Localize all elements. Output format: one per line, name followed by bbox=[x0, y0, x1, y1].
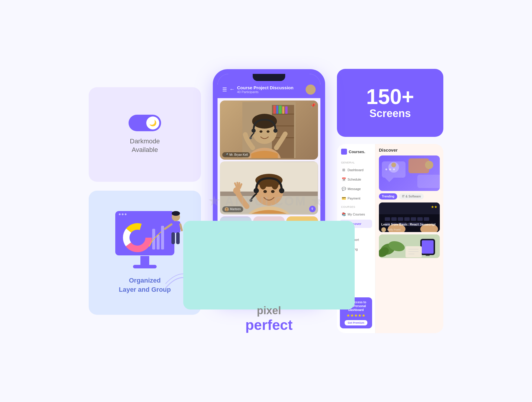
app-logo-text: Courses. bbox=[349, 150, 365, 154]
course-author: Kelly Poetri bbox=[381, 227, 437, 232]
course-card-second[interactable] bbox=[379, 234, 440, 258]
author-avatar bbox=[381, 227, 386, 232]
premium-button[interactable]: Get Premium bbox=[345, 320, 367, 325]
author-name: Kelly Poetri bbox=[387, 228, 401, 231]
app-logo-icon bbox=[341, 149, 347, 155]
banner-illustration bbox=[379, 155, 440, 191]
darkmode-toggle[interactable]: 🌙 bbox=[129, 115, 161, 131]
svg-point-54 bbox=[225, 210, 228, 211]
discover-title: Discover bbox=[379, 147, 440, 153]
svg-point-33 bbox=[267, 130, 270, 133]
svg-rect-21 bbox=[273, 106, 276, 114]
pixel-perfect-label: pixel perfect bbox=[245, 304, 293, 333]
sidebar-item-message[interactable]: 💬 Message bbox=[340, 185, 372, 193]
video-cell-marteen: Marteen 🎙 bbox=[220, 161, 318, 215]
svg-point-84 bbox=[393, 168, 395, 170]
app-logo: Courses. bbox=[340, 149, 372, 155]
svg-point-82 bbox=[385, 168, 387, 170]
dashboard-label: Dashboard bbox=[348, 168, 364, 172]
message-label: Message bbox=[348, 187, 361, 191]
schedule-icon: 📅 bbox=[342, 177, 346, 181]
pin-icon: 📌 bbox=[311, 103, 316, 108]
svg-point-32 bbox=[259, 130, 262, 133]
course-title: Learn from Basic: React Javascript bbox=[381, 223, 437, 226]
call-title: Course Project Discussion bbox=[237, 85, 303, 90]
svg-rect-107 bbox=[406, 246, 422, 257]
svg-point-31 bbox=[249, 137, 252, 139]
header-avatar bbox=[306, 85, 316, 95]
payment-label: Payment bbox=[348, 197, 360, 200]
screens-card: 150+ Screens bbox=[337, 69, 443, 137]
mycourses-label: My Courses bbox=[348, 213, 365, 216]
tab-trending[interactable]: Trending bbox=[379, 193, 397, 200]
message-icon: 💬 bbox=[342, 187, 346, 191]
svg-marker-76 bbox=[385, 178, 394, 182]
menu-icon[interactable]: ☰ bbox=[222, 86, 227, 93]
svg-rect-12 bbox=[176, 232, 180, 244]
svg-point-81 bbox=[425, 161, 433, 169]
premium-stars: ★★★★★ bbox=[343, 313, 369, 318]
phone-notch bbox=[253, 74, 285, 81]
mic-badge: 🎙 bbox=[309, 206, 316, 212]
main-container: 🌙 Darkmode Available bbox=[0, 0, 532, 402]
sidebar-item-schedule[interactable]: 📅 Schedule bbox=[340, 175, 372, 184]
title-block: Course Project Discussion 40 Participant… bbox=[237, 85, 303, 94]
monitor-stand bbox=[140, 256, 149, 265]
marteen-label: Marteen bbox=[222, 206, 243, 212]
marteen-name: Marteen bbox=[230, 208, 241, 211]
tab-it-software[interactable]: IT & Software bbox=[399, 193, 424, 200]
svg-point-45 bbox=[249, 199, 252, 202]
darkmode-card: 🌙 Darkmode Available bbox=[89, 87, 201, 182]
toggle-knob: 🌙 bbox=[146, 116, 159, 129]
back-icon[interactable]: ← bbox=[229, 86, 235, 93]
sidebar-item-payment[interactable]: 💳 Payment bbox=[340, 194, 372, 202]
svg-rect-25 bbox=[285, 106, 288, 114]
svg-point-47 bbox=[271, 190, 275, 193]
darkmode-line2: Available bbox=[132, 146, 158, 153]
dot-3 bbox=[125, 213, 126, 215]
svg-point-83 bbox=[389, 168, 391, 170]
sidebar-item-mycourses[interactable]: 📚 My Courses bbox=[340, 210, 372, 218]
center-column: ☰ ← Course Project Discussion 40 Partici… bbox=[213, 69, 325, 333]
monitor-base bbox=[133, 265, 157, 268]
svg-rect-23 bbox=[279, 106, 282, 114]
course-card-content: Learn from Basic: React Javascript Kelly… bbox=[379, 202, 440, 232]
dot-1 bbox=[119, 213, 121, 215]
svg-point-78 bbox=[391, 163, 396, 167]
video-cell-bryan: 🎤 Mr. Bryan Kell 📌 bbox=[220, 100, 318, 160]
svg-point-43 bbox=[254, 188, 259, 193]
svg-line-10 bbox=[180, 224, 182, 230]
svg-rect-105 bbox=[422, 240, 434, 254]
marteen-person-svg bbox=[220, 162, 318, 214]
moon-icon: 🌙 bbox=[149, 119, 157, 127]
bryan-name: Mr. Bryan Kell bbox=[229, 153, 248, 156]
monitor-illustration bbox=[109, 211, 180, 270]
svg-point-46 bbox=[263, 190, 267, 193]
sidebar-section-courses: COURSES bbox=[340, 204, 372, 209]
svg-rect-8 bbox=[171, 221, 180, 233]
call-subtitle: 40 Participants bbox=[237, 90, 303, 94]
svg-rect-106 bbox=[426, 255, 430, 256]
payment-icon: 💳 bbox=[342, 196, 346, 200]
svg-line-9 bbox=[165, 224, 171, 229]
discover-banner bbox=[379, 155, 440, 191]
svg-rect-24 bbox=[282, 106, 284, 114]
svg-point-44 bbox=[279, 188, 284, 193]
svg-point-29 bbox=[252, 129, 256, 133]
teal-bg-card bbox=[183, 221, 355, 309]
sidebar-item-dashboard[interactable]: ⊞ Dashboard bbox=[340, 166, 372, 174]
dashboard-icon: ⊞ bbox=[342, 168, 346, 172]
perfect-word: perfect bbox=[245, 317, 293, 333]
organized-line1: Organized bbox=[129, 277, 161, 284]
screens-label: Screens bbox=[369, 107, 411, 120]
svg-point-28 bbox=[252, 114, 277, 129]
darkmode-label: Darkmode Available bbox=[130, 137, 160, 154]
svg-rect-22 bbox=[276, 106, 278, 114]
svg-line-51 bbox=[239, 183, 239, 187]
svg-rect-18 bbox=[272, 114, 294, 114]
schedule-label: Schedule bbox=[348, 178, 361, 181]
svg-rect-11 bbox=[171, 232, 175, 244]
svg-rect-80 bbox=[417, 175, 440, 188]
course-card-react[interactable]: ★★ Learn from Basic: React Javascript Ke… bbox=[379, 202, 440, 232]
svg-point-13 bbox=[309, 86, 313, 90]
